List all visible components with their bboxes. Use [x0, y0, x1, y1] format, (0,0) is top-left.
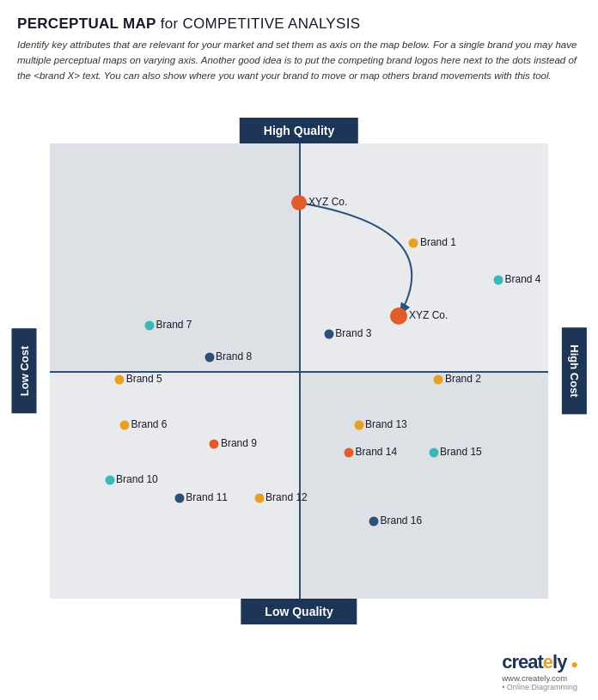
brand-dot-brand1	[409, 239, 418, 248]
footer: creately ● www.creately.com • Online Dia…	[17, 646, 581, 691]
brand-dot-brand9	[210, 439, 219, 448]
axis-left-label: Low Cost	[12, 328, 37, 413]
brand-dot-brand10	[105, 475, 114, 484]
brand-dot-brand15	[429, 448, 438, 458]
brand-label-brand4: Brand 4	[505, 273, 541, 285]
brand-dot-xyz1	[291, 195, 307, 210]
description: Identify key attributes that are relevan…	[17, 38, 581, 83]
footer-logo: creately ●	[502, 651, 577, 673]
page: PERCEPTUAL MAP for COMPETITIVE ANALYSIS …	[0, 0, 598, 700]
brand-dot-brand2	[434, 375, 443, 385]
brand-dot-xyz2	[390, 307, 407, 325]
brand-dot-brand4	[494, 275, 503, 284]
footer-logo-dot: e	[543, 651, 552, 673]
brand-dot-brand13	[354, 421, 363, 430]
brand-label-xyz2: XYZ Co.	[409, 309, 448, 321]
brand-label-brand9: Brand 9	[221, 437, 257, 449]
axis-right-label: High Cost	[562, 327, 587, 414]
brand-label-brand13: Brand 13	[365, 418, 407, 430]
brand-label-brand10: Brand 10	[116, 473, 158, 485]
brand-dot-brand11	[174, 494, 184, 503]
axis-top-label: High Quality	[240, 118, 358, 143]
brand-dot-brand8	[204, 352, 214, 362]
brand-label-brand11: Brand 11	[186, 491, 228, 503]
arrow-svg	[50, 143, 548, 599]
brand-label-brand2: Brand 2	[445, 373, 481, 385]
brands-layer: XYZ Co.XYZ Co.Brand 1Brand 4Brand 3Brand…	[50, 143, 548, 599]
footer-brand: creately ● www.creately.com • Online Dia…	[502, 651, 577, 691]
brand-label-brand16: Brand 16	[381, 514, 423, 527]
footer-site: www.creately.com	[502, 673, 577, 683]
brand-label-brand8: Brand 8	[216, 350, 252, 362]
brand-label-brand3: Brand 3	[335, 327, 371, 339]
brand-dot-brand7	[145, 320, 155, 330]
brand-dot-brand6	[120, 421, 130, 430]
title: PERCEPTUAL MAP for COMPETITIVE ANALYSIS	[17, 15, 581, 33]
brand-label-brand5: Brand 5	[126, 373, 162, 385]
brand-dot-brand14	[345, 448, 354, 458]
map-container: High Quality Low Quality Low Cost High C…	[24, 118, 574, 624]
brand-label-brand15: Brand 15	[440, 446, 482, 458]
brand-label-brand1: Brand 1	[420, 236, 456, 248]
brand-label-brand14: Brand 14	[356, 446, 398, 458]
brand-dot-brand5	[115, 375, 125, 385]
brand-dot-brand3	[324, 330, 333, 339]
brand-dot-brand12	[254, 494, 264, 503]
footer-logo-icon: ●	[571, 657, 577, 671]
brand-label-brand7: Brand 7	[156, 319, 192, 331]
footer-tagline: • Online Diagramming	[502, 683, 577, 691]
brand-label-brand6: Brand 6	[131, 418, 168, 430]
brand-dot-brand16	[369, 516, 379, 526]
brand-label-xyz1: XYZ Co.	[308, 196, 347, 208]
axis-bottom-label: Low Quality	[241, 599, 357, 624]
chart-area: High Quality Low Quality Low Cost High C…	[17, 95, 581, 646]
brand-label-brand12: Brand 12	[265, 491, 308, 503]
